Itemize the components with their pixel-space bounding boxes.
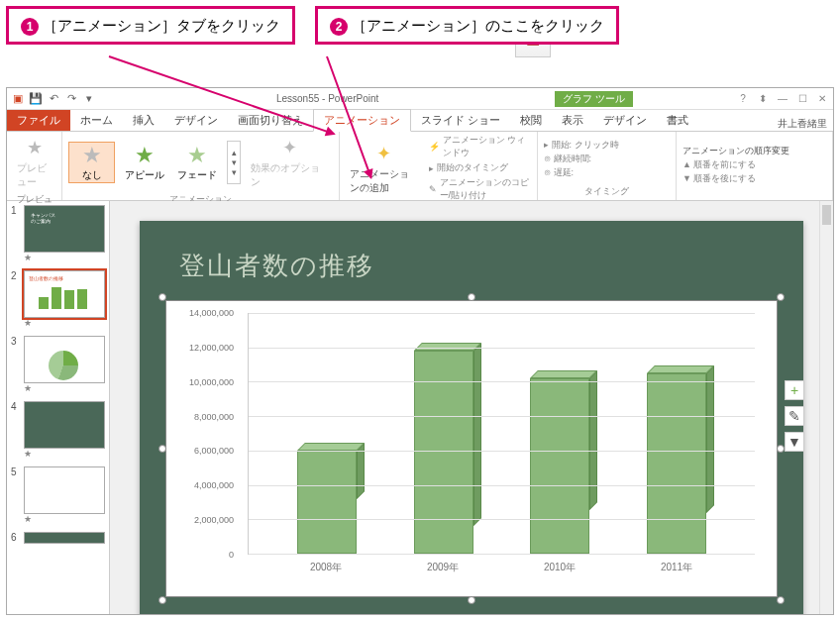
ribbon-tabs: ファイル ホーム 挿入 デザイン 画面切り替え アニメーション スライド ショー…: [7, 110, 833, 132]
preview-label: プレビュー: [17, 161, 52, 189]
tab-file[interactable]: ファイル: [7, 110, 70, 131]
vertical-scrollbar[interactable]: [819, 201, 833, 614]
ribbon-collapse-icon[interactable]: ⬍: [756, 93, 770, 104]
callout-2: 2［アニメーション］のここをクリック: [315, 6, 619, 45]
titlebar: ▣ 💾 ↶ ↷ ▾ Lesson55 - PowerPoint グラフ ツール …: [7, 88, 833, 110]
effect-options-label: 効果のオプション: [251, 161, 329, 189]
y-tick-label: 6,000,000: [194, 446, 234, 456]
anim-marker-icon: ★: [24, 253, 105, 262]
save-icon[interactable]: 💾: [29, 92, 43, 106]
undo-icon[interactable]: ↶: [47, 92, 60, 106]
powerpoint-window: ▣ 💾 ↶ ↷ ▾ Lesson55 - PowerPoint グラフ ツール …: [6, 87, 834, 615]
tab-design[interactable]: デザイン: [164, 110, 228, 131]
anim-marker-icon: ★: [24, 318, 105, 328]
chart-bar: [530, 378, 589, 554]
context-tools-label: グラフ ツール: [555, 91, 633, 107]
chart-brush-button[interactable]: ✎: [785, 406, 804, 426]
add-animation-icon: ✦: [372, 142, 396, 165]
close-icon[interactable]: ✕: [815, 93, 829, 104]
anim-gallery-more[interactable]: ▴▾▾: [227, 141, 241, 184]
thumb-num: 5: [11, 466, 21, 524]
thumb-num: 2: [11, 270, 21, 328]
y-tick-label: 2,000,000: [194, 515, 234, 525]
callout-2-num: 2: [330, 18, 348, 36]
timing-delay[interactable]: ⊙ 遅延:: [544, 166, 619, 179]
chart-object[interactable]: 02,000,0004,000,0006,000,0008,000,00010,…: [165, 300, 778, 597]
callout-1-text: ［アニメーション］タブをクリック: [43, 17, 280, 34]
anim-marker-icon: ★: [24, 383, 105, 393]
slide: 登山者数の推移 02,000,0004,000,0006,000,0008,00…: [140, 221, 803, 614]
tab-context-design[interactable]: デザイン: [593, 110, 657, 131]
anim-window-button[interactable]: ⚡アニメーション ウィンドウ: [429, 134, 531, 159]
x-tick-label: 2011年: [661, 561, 692, 584]
qat-more-icon[interactable]: ▾: [82, 92, 96, 106]
slide-thumbnails-panel[interactable]: 1キャンパスのご案内★ 2登山者数の推移★ 3★ 4★ 5★ 6: [7, 201, 110, 614]
anim-painter-button[interactable]: ✎アニメーションのコピー/貼り付け: [429, 176, 531, 202]
slide-thumb-6[interactable]: [24, 532, 105, 544]
chart-plus-button[interactable]: +: [785, 380, 804, 400]
order-after-button[interactable]: ▼ 順番を後にする: [682, 172, 789, 185]
effect-options-button[interactable]: ✦ 効果のオプション: [247, 134, 333, 191]
slide-canvas[interactable]: 登山者数の推移 02,000,0004,000,0006,000,0008,00…: [110, 201, 833, 614]
add-animation-button[interactable]: ✦ アニメーションの追加: [346, 140, 423, 197]
slide-thumb-2[interactable]: 登山者数の推移: [24, 270, 105, 318]
tab-slideshow[interactable]: スライド ショー: [411, 110, 510, 131]
ribbon: ★ プレビュー プレビュー ★なし ★アピール ★フェード ▴▾▾ ✦ 効果のオ…: [7, 132, 833, 201]
group-order-label: [682, 196, 826, 198]
x-tick-label: 2008年: [310, 561, 342, 584]
chart-filter-button[interactable]: ▼: [785, 432, 804, 452]
maximize-icon[interactable]: ☐: [795, 93, 809, 104]
slide-title: 登山者数の推移: [179, 249, 374, 283]
thumb-num: 6: [11, 532, 21, 544]
minimize-icon[interactable]: —: [776, 93, 789, 104]
preview-icon: ★: [23, 136, 47, 159]
chart-bar: [297, 451, 357, 554]
tab-insert[interactable]: 挿入: [123, 110, 164, 131]
y-tick-label: 0: [229, 550, 234, 560]
anim-marker-icon: ★: [24, 514, 105, 524]
thumb-num: 3: [11, 336, 21, 393]
slide-thumb-1[interactable]: キャンパスのご案内: [24, 205, 105, 253]
x-tick-label: 2010年: [544, 561, 576, 584]
slide-thumb-4[interactable]: [24, 401, 105, 449]
anim-marker-icon: ★: [24, 449, 105, 459]
y-tick-label: 12,000,000: [189, 343, 234, 353]
painter-icon: ✎: [429, 184, 437, 194]
add-animation-label: アニメーションの追加: [350, 167, 419, 195]
timing-start[interactable]: ▸ 開始: クリック時: [544, 139, 619, 152]
tab-review[interactable]: 校閲: [510, 110, 552, 131]
app-icon: ▣: [11, 92, 25, 106]
star-icon: ★: [82, 143, 102, 168]
slide-thumb-3[interactable]: [24, 336, 105, 383]
order-before-button[interactable]: ▲ 順番を前にする: [682, 158, 789, 171]
star-icon: ★: [135, 143, 155, 168]
tab-view[interactable]: 表示: [552, 110, 593, 131]
callout-1: 1［アニメーション］タブをクリック: [6, 6, 295, 45]
callout-1-num: 1: [21, 18, 39, 36]
timing-duration[interactable]: ⊙ 継続時間:: [544, 153, 619, 165]
redo-icon[interactable]: ↷: [64, 92, 78, 106]
y-tick-label: 8,000,000: [194, 412, 234, 422]
trigger-icon: ▸: [429, 163, 434, 173]
tab-home[interactable]: ホーム: [70, 110, 123, 131]
window-title: Lesson55 - PowerPoint: [100, 93, 555, 104]
y-tick-label: 14,000,000: [189, 308, 234, 318]
slide-thumb-5[interactable]: [24, 466, 105, 514]
anim-fade-label: フェード: [177, 168, 217, 182]
anim-none[interactable]: ★なし: [68, 142, 115, 183]
tab-context-format[interactable]: 書式: [657, 110, 698, 131]
callout-2-text: ［アニメーション］のここをクリック: [352, 17, 604, 34]
start-timing-button[interactable]: ▸開始のタイミング: [429, 161, 531, 174]
star-icon: ★: [187, 143, 207, 168]
anim-appeal[interactable]: ★アピール: [121, 143, 167, 182]
preview-button[interactable]: ★ プレビュー: [13, 134, 55, 191]
anim-fade[interactable]: ★フェード: [174, 143, 221, 182]
y-tick-label: 10,000,000: [189, 377, 234, 387]
effect-options-icon: ✦: [278, 136, 302, 159]
user-name[interactable]: 井上香緒里: [778, 117, 827, 131]
help-icon[interactable]: ?: [736, 93, 750, 104]
y-tick-label: 4,000,000: [194, 480, 234, 490]
chart-plot: 02,000,0004,000,0006,000,0008,000,00010,…: [178, 313, 765, 584]
anim-window-icon: ⚡: [429, 142, 440, 152]
x-tick-label: 2009年: [427, 561, 459, 584]
